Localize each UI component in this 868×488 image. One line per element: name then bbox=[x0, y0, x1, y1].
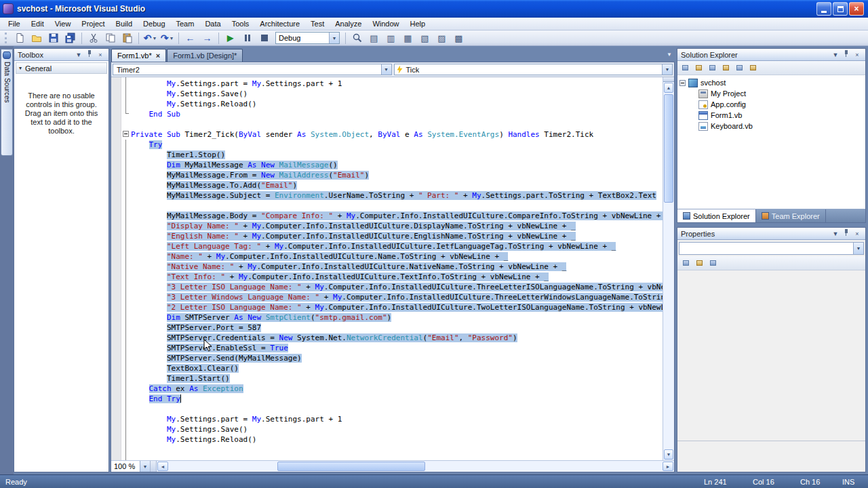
menu-team[interactable]: Team bbox=[171, 18, 200, 29]
collapse-region-icon[interactable] bbox=[123, 131, 129, 137]
tree-item-app-config[interactable]: App.config bbox=[677, 99, 865, 110]
new-project-icon[interactable] bbox=[12, 31, 27, 45]
code-line[interactable]: "Display Name: " + My.Computer.Info.Inst… bbox=[131, 221, 663, 231]
code-line[interactable]: MyMailMessage.To.Add("Email") bbox=[131, 180, 663, 190]
maximize-button[interactable] bbox=[833, 2, 848, 16]
menu-test[interactable]: Test bbox=[305, 18, 330, 29]
scroll-down-icon[interactable]: ▼ bbox=[664, 449, 673, 460]
copy-icon[interactable] bbox=[102, 31, 118, 45]
window-position-icon[interactable]: ▼ bbox=[831, 50, 840, 60]
code-line[interactable]: "2 Letter ISO Language Name: " + My.Comp… bbox=[131, 302, 663, 312]
tree-item-my-project[interactable]: My Project bbox=[677, 88, 865, 99]
split-handle[interactable] bbox=[663, 77, 674, 82]
show-all-files-icon[interactable] bbox=[693, 62, 705, 73]
code-line[interactable]: Private Sub Timer2_Tick(ByVal sender As … bbox=[131, 129, 663, 140]
splitter-grip[interactable] bbox=[151, 461, 157, 472]
menu-view[interactable]: View bbox=[50, 18, 77, 29]
toolbox-icon[interactable]: ▧ bbox=[417, 31, 433, 45]
pin-icon[interactable] bbox=[85, 49, 94, 60]
code-line[interactable]: "Left Language Tag: " + My.Computer.Info… bbox=[131, 241, 663, 251]
scroll-left-icon[interactable]: ◄ bbox=[157, 462, 168, 471]
properties-window-icon[interactable]: ▥ bbox=[383, 31, 399, 45]
scroll-right-icon[interactable]: ► bbox=[663, 462, 673, 471]
tree-item-keyboard-vb[interactable]: Keyboard.vb bbox=[677, 121, 865, 131]
pin-icon[interactable] bbox=[842, 49, 851, 60]
code-line[interactable]: "Name: " + My.Computer.Info.InstalledUIC… bbox=[131, 251, 663, 262]
solution-explorer-header[interactable]: Solution Explorer ▼ × bbox=[677, 49, 865, 61]
code-line[interactable]: Try bbox=[131, 140, 663, 150]
window-position-icon[interactable]: ▼ bbox=[74, 50, 83, 60]
categorized-icon[interactable] bbox=[680, 258, 692, 268]
tree-item-form1-vb[interactable]: Form1.vb bbox=[677, 110, 865, 121]
view-code-icon[interactable] bbox=[720, 62, 732, 73]
code-line[interactable]: My.Settings.Save() bbox=[131, 89, 663, 99]
dock-tab-team-explorer[interactable]: Team Explorer bbox=[756, 209, 826, 222]
window-position-icon[interactable]: ▼ bbox=[831, 229, 840, 239]
combo-dropdown-icon[interactable]: ▼ bbox=[140, 461, 150, 472]
combo-dropdown-icon[interactable]: ▼ bbox=[329, 33, 339, 43]
navigate-backward-icon[interactable]: ← bbox=[182, 31, 198, 45]
tree-item-svchost[interactable]: svchost bbox=[677, 77, 865, 88]
code-line[interactable] bbox=[131, 201, 663, 211]
code-line[interactable]: "3 Letter Windows Language Name: " + My.… bbox=[131, 292, 663, 302]
break-all-icon[interactable] bbox=[239, 31, 255, 45]
close-icon[interactable]: × bbox=[852, 229, 862, 239]
toolbar-grip[interactable] bbox=[5, 33, 8, 43]
code-line[interactable]: End Try bbox=[131, 394, 663, 404]
close-icon[interactable]: × bbox=[852, 50, 862, 60]
save-all-icon[interactable] bbox=[62, 31, 78, 45]
code-line[interactable]: MyMailMessage.Subject = Environment.User… bbox=[131, 190, 663, 201]
code-line[interactable]: "English Name: " + My.Computer.Info.Inst… bbox=[131, 231, 663, 241]
code-line[interactable]: SMTPServer.EnableSsl = True bbox=[131, 343, 663, 353]
code-line[interactable]: MyMailMessage.From = New MailAddress("Em… bbox=[131, 170, 663, 180]
outline-margin[interactable] bbox=[121, 77, 131, 460]
toolbox-group-general[interactable]: ▾ General bbox=[16, 62, 107, 74]
code-line[interactable] bbox=[131, 119, 663, 129]
vertical-scrollbar[interactable]: ▲ ▼ bbox=[663, 77, 674, 460]
combo-dropdown-icon[interactable]: ▼ bbox=[381, 64, 391, 75]
code-line[interactable]: Dim MyMailMessage As New MailMessage() bbox=[131, 160, 663, 170]
menu-tools[interactable]: Tools bbox=[226, 18, 255, 29]
collapse-icon[interactable] bbox=[679, 80, 686, 86]
class-diagram-icon[interactable] bbox=[747, 62, 759, 73]
code-line[interactable]: "Text Info: " + My.Computer.Info.Install… bbox=[131, 272, 663, 282]
code-line[interactable]: Dim SMTPServer As New SmtpClient("smtp.g… bbox=[131, 312, 663, 323]
redo-icon[interactable]: ↷▼ bbox=[159, 31, 175, 45]
menu-project[interactable]: Project bbox=[76, 18, 110, 29]
code-line[interactable]: "3 Letter ISO Language Name: " + My.Comp… bbox=[131, 282, 663, 292]
menu-build[interactable]: Build bbox=[111, 18, 138, 29]
close-icon[interactable]: × bbox=[96, 50, 105, 60]
menu-debug[interactable]: Debug bbox=[138, 18, 170, 29]
solution-explorer-icon[interactable]: ▤ bbox=[366, 31, 382, 45]
code-line[interactable]: End Sub bbox=[131, 109, 663, 119]
code-line[interactable]: SMTPServer.Send(MyMailMessage) bbox=[131, 353, 663, 363]
property-pages-icon[interactable] bbox=[707, 258, 719, 268]
stop-debugging-icon[interactable] bbox=[256, 31, 272, 45]
code-line[interactable] bbox=[131, 404, 663, 414]
refresh-icon[interactable] bbox=[707, 62, 718, 73]
code-line[interactable]: Timer1.Stop() bbox=[131, 150, 663, 160]
code-line[interactable]: Timer1.Start() bbox=[131, 373, 663, 384]
error-list-icon[interactable]: ▨ bbox=[434, 31, 450, 45]
scrollbar-thumb[interactable] bbox=[664, 94, 673, 203]
dock-tab-solution-explorer[interactable]: Solution Explorer bbox=[677, 209, 756, 222]
view-designer-icon[interactable] bbox=[734, 62, 745, 73]
output-window-icon[interactable]: ▩ bbox=[451, 31, 467, 45]
toolbox-header[interactable]: Toolbox ▼ × bbox=[14, 49, 108, 61]
horizontal-scrollbar[interactable] bbox=[169, 461, 662, 472]
code-line[interactable]: TextBox1.Clear() bbox=[131, 363, 663, 373]
properties-object-dropdown[interactable]: ▼ bbox=[679, 242, 864, 255]
minimize-button[interactable] bbox=[816, 2, 831, 16]
scrollbar-thumb[interactable] bbox=[277, 462, 425, 471]
code-line[interactable]: My.Settings.part = My.Settings.part + 1 bbox=[131, 414, 663, 424]
tab-close-icon[interactable]: × bbox=[156, 52, 160, 60]
code-line[interactable]: SMTPServer.Credentials = New System.Net.… bbox=[131, 333, 663, 343]
code-lines[interactable]: My.Settings.part = My.Settings.part + 1 … bbox=[131, 77, 663, 460]
alphabetical-icon[interactable] bbox=[694, 258, 705, 268]
scroll-up-icon[interactable]: ▲ bbox=[664, 83, 673, 93]
combo-dropdown-icon[interactable]: ▼ bbox=[662, 64, 672, 75]
properties-grid[interactable] bbox=[677, 270, 865, 441]
active-files-chevron-icon[interactable]: ▼ bbox=[667, 52, 672, 58]
menu-help[interactable]: Help bbox=[405, 18, 431, 29]
find-icon[interactable] bbox=[349, 31, 365, 45]
